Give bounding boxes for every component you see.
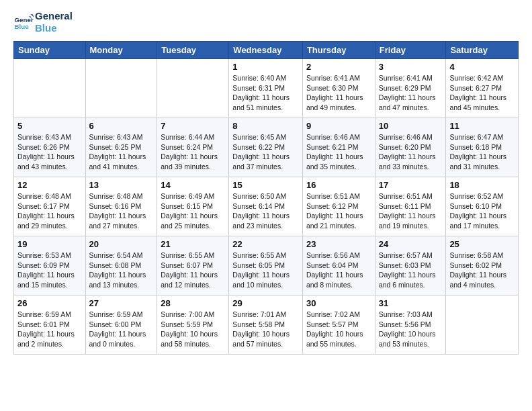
calendar-cell: 2Sunrise: 6:41 AM Sunset: 6:30 PM Daylig…	[302, 59, 375, 118]
calendar-cell: 17Sunrise: 6:51 AM Sunset: 6:11 PM Dayli…	[375, 177, 446, 236]
calendar-cell: 11Sunrise: 6:47 AM Sunset: 6:18 PM Dayli…	[446, 118, 519, 177]
week-row-5: 26Sunrise: 6:59 AM Sunset: 6:01 PM Dayli…	[14, 295, 519, 355]
page: General Blue General Blue SundayMondayTu…	[0, 0, 532, 411]
week-row-2: 5Sunrise: 6:43 AM Sunset: 6:26 PM Daylig…	[14, 118, 519, 177]
calendar-cell: 16Sunrise: 6:51 AM Sunset: 6:12 PM Dayli…	[302, 177, 375, 236]
day-info: Sunrise: 6:55 AM Sunset: 6:07 PM Dayligh…	[161, 250, 225, 290]
day-number: 28	[161, 298, 225, 308]
day-number: 18	[449, 180, 515, 190]
day-number: 20	[89, 239, 154, 249]
day-info: Sunrise: 7:00 AM Sunset: 5:59 PM Dayligh…	[161, 310, 225, 349]
svg-text:Blue: Blue	[15, 23, 30, 30]
day-info: Sunrise: 6:53 AM Sunset: 6:09 PM Dayligh…	[17, 250, 82, 290]
day-number: 5	[17, 121, 82, 131]
day-info: Sunrise: 6:43 AM Sunset: 6:26 PM Dayligh…	[17, 132, 82, 172]
logo-icon: General Blue	[13, 12, 34, 32]
day-info: Sunrise: 6:51 AM Sunset: 6:11 PM Dayligh…	[379, 191, 443, 231]
day-number: 6	[89, 121, 154, 131]
day-info: Sunrise: 6:57 AM Sunset: 6:03 PM Dayligh…	[379, 250, 443, 290]
calendar-cell: 19Sunrise: 6:53 AM Sunset: 6:09 PM Dayli…	[14, 236, 86, 295]
day-info: Sunrise: 6:45 AM Sunset: 6:22 PM Dayligh…	[232, 132, 299, 172]
logo-blue: Blue	[35, 22, 73, 34]
calendar-cell	[85, 59, 157, 118]
calendar-cell: 5Sunrise: 6:43 AM Sunset: 6:26 PM Daylig…	[14, 118, 86, 177]
calendar-cell: 25Sunrise: 6:58 AM Sunset: 6:02 PM Dayli…	[446, 236, 519, 295]
day-number: 12	[17, 180, 82, 190]
calendar-cell: 18Sunrise: 6:52 AM Sunset: 6:10 PM Dayli…	[446, 177, 519, 236]
day-number: 8	[232, 121, 299, 131]
calendar-cell	[157, 59, 229, 118]
calendar-cell: 14Sunrise: 6:49 AM Sunset: 6:15 PM Dayli…	[157, 177, 229, 236]
calendar-cell: 22Sunrise: 6:55 AM Sunset: 6:05 PM Dayli…	[229, 236, 303, 295]
week-row-1: 1Sunrise: 6:40 AM Sunset: 6:31 PM Daylig…	[14, 59, 519, 118]
calendar-cell: 24Sunrise: 6:57 AM Sunset: 6:03 PM Dayli…	[375, 236, 446, 295]
day-number: 27	[89, 298, 154, 308]
calendar-cell: 13Sunrise: 6:48 AM Sunset: 6:16 PM Dayli…	[85, 177, 157, 236]
day-number: 3	[379, 62, 443, 72]
day-number: 15	[232, 180, 299, 190]
week-row-3: 12Sunrise: 6:48 AM Sunset: 6:17 PM Dayli…	[14, 177, 519, 236]
day-number: 31	[379, 298, 443, 308]
day-number: 26	[17, 298, 82, 308]
day-number: 30	[306, 298, 371, 308]
day-number: 25	[449, 239, 515, 249]
calendar-cell: 6Sunrise: 6:43 AM Sunset: 6:25 PM Daylig…	[85, 118, 157, 177]
calendar-cell: 29Sunrise: 7:01 AM Sunset: 5:58 PM Dayli…	[229, 295, 303, 355]
day-number: 14	[161, 180, 225, 190]
day-info: Sunrise: 6:43 AM Sunset: 6:25 PM Dayligh…	[89, 132, 154, 172]
day-number: 24	[379, 239, 443, 249]
weekday-header-saturday: Saturday	[446, 42, 519, 59]
calendar-cell: 31Sunrise: 7:03 AM Sunset: 5:56 PM Dayli…	[375, 295, 446, 355]
day-info: Sunrise: 6:46 AM Sunset: 6:20 PM Dayligh…	[379, 132, 443, 172]
day-number: 23	[306, 239, 371, 249]
calendar-cell: 1Sunrise: 6:40 AM Sunset: 6:31 PM Daylig…	[229, 59, 303, 118]
weekday-header-sunday: Sunday	[14, 42, 86, 59]
calendar-cell: 26Sunrise: 6:59 AM Sunset: 6:01 PM Dayli…	[14, 295, 86, 355]
day-info: Sunrise: 6:42 AM Sunset: 6:27 PM Dayligh…	[449, 73, 515, 113]
weekday-header-monday: Monday	[85, 42, 157, 59]
calendar-cell: 3Sunrise: 6:41 AM Sunset: 6:29 PM Daylig…	[375, 59, 446, 118]
logo-general: General	[35, 10, 73, 22]
calendar-cell: 7Sunrise: 6:44 AM Sunset: 6:24 PM Daylig…	[157, 118, 229, 177]
day-number: 11	[449, 121, 515, 131]
day-number: 4	[449, 62, 515, 72]
day-info: Sunrise: 6:44 AM Sunset: 6:24 PM Dayligh…	[161, 132, 225, 172]
day-number: 7	[161, 121, 225, 131]
calendar-cell: 28Sunrise: 7:00 AM Sunset: 5:59 PM Dayli…	[157, 295, 229, 355]
day-number: 29	[232, 298, 299, 308]
day-number: 17	[379, 180, 443, 190]
calendar-cell: 30Sunrise: 7:02 AM Sunset: 5:57 PM Dayli…	[302, 295, 375, 355]
header: General Blue General Blue	[13, 10, 519, 34]
calendar-cell: 9Sunrise: 6:46 AM Sunset: 6:21 PM Daylig…	[302, 118, 375, 177]
calendar-cell: 27Sunrise: 6:59 AM Sunset: 6:00 PM Dayli…	[85, 295, 157, 355]
weekday-header-friday: Friday	[375, 42, 446, 59]
day-number: 16	[306, 180, 371, 190]
day-info: Sunrise: 6:40 AM Sunset: 6:31 PM Dayligh…	[232, 73, 299, 113]
calendar-cell: 4Sunrise: 6:42 AM Sunset: 6:27 PM Daylig…	[446, 59, 519, 118]
day-number: 10	[379, 121, 443, 131]
day-number: 13	[89, 180, 154, 190]
day-info: Sunrise: 6:48 AM Sunset: 6:17 PM Dayligh…	[17, 191, 82, 231]
calendar-cell: 20Sunrise: 6:54 AM Sunset: 6:08 PM Dayli…	[85, 236, 157, 295]
day-info: Sunrise: 6:41 AM Sunset: 6:30 PM Dayligh…	[306, 73, 371, 113]
day-info: Sunrise: 7:01 AM Sunset: 5:58 PM Dayligh…	[232, 310, 299, 349]
weekday-header-thursday: Thursday	[302, 42, 375, 59]
day-info: Sunrise: 6:54 AM Sunset: 6:08 PM Dayligh…	[89, 250, 154, 290]
calendar-cell: 15Sunrise: 6:50 AM Sunset: 6:14 PM Dayli…	[229, 177, 303, 236]
day-info: Sunrise: 6:50 AM Sunset: 6:14 PM Dayligh…	[232, 191, 299, 231]
calendar-cell: 10Sunrise: 6:46 AM Sunset: 6:20 PM Dayli…	[375, 118, 446, 177]
calendar-cell: 8Sunrise: 6:45 AM Sunset: 6:22 PM Daylig…	[229, 118, 303, 177]
calendar-cell: 23Sunrise: 6:56 AM Sunset: 6:04 PM Dayli…	[302, 236, 375, 295]
day-number: 1	[232, 62, 299, 72]
day-info: Sunrise: 6:47 AM Sunset: 6:18 PM Dayligh…	[449, 132, 515, 172]
weekday-header-tuesday: Tuesday	[157, 42, 229, 59]
day-info: Sunrise: 7:02 AM Sunset: 5:57 PM Dayligh…	[306, 310, 371, 349]
day-info: Sunrise: 6:59 AM Sunset: 6:01 PM Dayligh…	[17, 310, 82, 349]
day-info: Sunrise: 6:55 AM Sunset: 6:05 PM Dayligh…	[232, 250, 299, 290]
day-info: Sunrise: 6:58 AM Sunset: 6:02 PM Dayligh…	[449, 250, 515, 290]
calendar-cell	[446, 295, 519, 355]
day-info: Sunrise: 6:51 AM Sunset: 6:12 PM Dayligh…	[306, 191, 371, 231]
calendar-cell: 21Sunrise: 6:55 AM Sunset: 6:07 PM Dayli…	[157, 236, 229, 295]
day-info: Sunrise: 6:49 AM Sunset: 6:15 PM Dayligh…	[161, 191, 225, 231]
day-number: 21	[161, 239, 225, 249]
